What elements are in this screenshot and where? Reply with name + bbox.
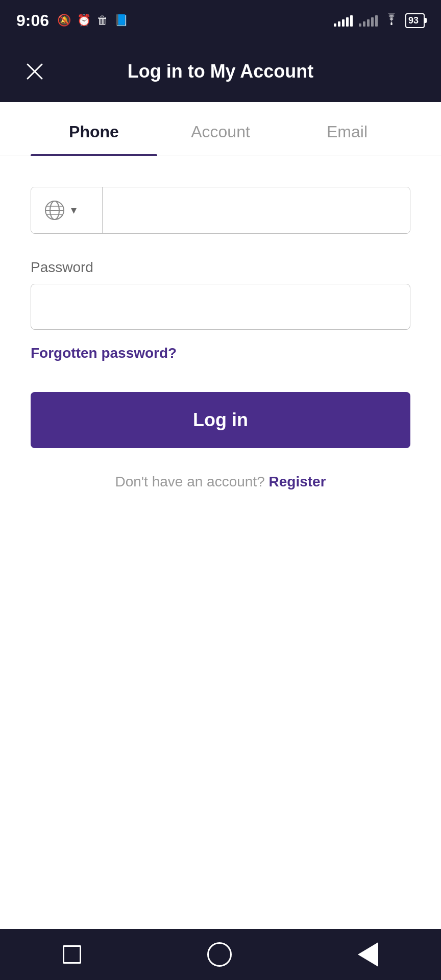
nav-recent-apps-button[interactable]	[55, 937, 89, 972]
chevron-down-icon: ▾	[71, 204, 77, 217]
register-link[interactable]: Register	[269, 474, 326, 489]
phone-input-row: ▾	[31, 187, 410, 234]
signal-bar	[363, 21, 365, 27]
phone-number-input[interactable]	[103, 187, 410, 233]
battery-indicator: 93	[405, 13, 425, 28]
globe-icon	[43, 199, 66, 222]
signal-bar	[342, 19, 345, 27]
alarm-icon: ⏰	[77, 14, 91, 27]
trash-icon: 🗑	[97, 14, 108, 27]
back-icon	[358, 942, 378, 967]
forgot-password-link[interactable]: Forgotten password?	[31, 345, 177, 361]
nav-back-button[interactable]	[350, 934, 386, 975]
battery-container: 93	[405, 13, 425, 28]
signal-bar	[338, 21, 340, 27]
tab-phone[interactable]: Phone	[31, 102, 157, 156]
status-left: 9:06 🔕 ⏰ 🗑 📘	[16, 11, 128, 30]
signal-bar	[350, 15, 353, 27]
tab-email[interactable]: Email	[284, 102, 410, 156]
password-input[interactable]	[31, 284, 410, 330]
close-button[interactable]	[20, 57, 49, 86]
header-title: Log in to My Account	[49, 61, 392, 82]
signal-bar	[367, 19, 370, 27]
status-bar: 9:06 🔕 ⏰ 🗑 📘	[0, 0, 441, 41]
signal-bars-2	[359, 14, 378, 27]
mute-icon: 🔕	[57, 14, 71, 27]
svg-point-0	[390, 23, 393, 25]
main-content: ▾ Password Forgotten password? Log in Do…	[0, 156, 441, 929]
tab-navigation: Phone Account Email	[0, 102, 441, 156]
login-button[interactable]: Log in	[31, 392, 410, 448]
status-icons: 🔕 ⏰ 🗑 📘	[57, 14, 128, 27]
nav-home-button[interactable]	[199, 934, 240, 975]
header: Log in to My Account	[0, 41, 441, 102]
register-prompt: Don't have an account?	[115, 474, 264, 489]
country-selector[interactable]: ▾	[31, 187, 103, 233]
wifi-icon	[384, 13, 399, 28]
status-right: 93	[334, 13, 425, 28]
signal-bars-1	[334, 14, 353, 27]
home-icon	[207, 942, 232, 967]
register-text: Don't have an account? Register	[31, 474, 410, 490]
password-label: Password	[31, 259, 410, 276]
facebook-icon: 📘	[114, 14, 128, 27]
bottom-navigation	[0, 929, 441, 980]
tab-account[interactable]: Account	[157, 102, 284, 156]
signal-bar	[334, 23, 336, 27]
close-icon	[24, 61, 45, 82]
status-time: 9:06	[16, 11, 49, 30]
signal-bar	[359, 23, 361, 27]
signal-bar	[375, 15, 378, 27]
signal-bar	[371, 17, 374, 27]
recent-apps-icon	[63, 945, 81, 964]
signal-bar	[346, 17, 349, 27]
